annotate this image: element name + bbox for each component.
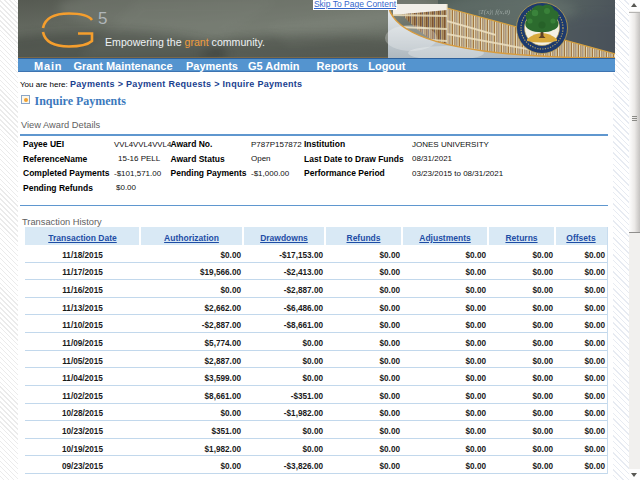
svg-text:5: 5 (98, 9, 107, 28)
svg-text:|T(x)| f(x,θ): |T(x)| f(x,θ) (478, 8, 511, 16)
svg-text:Empowering the grant community: Empowering the grant community. (105, 36, 265, 48)
